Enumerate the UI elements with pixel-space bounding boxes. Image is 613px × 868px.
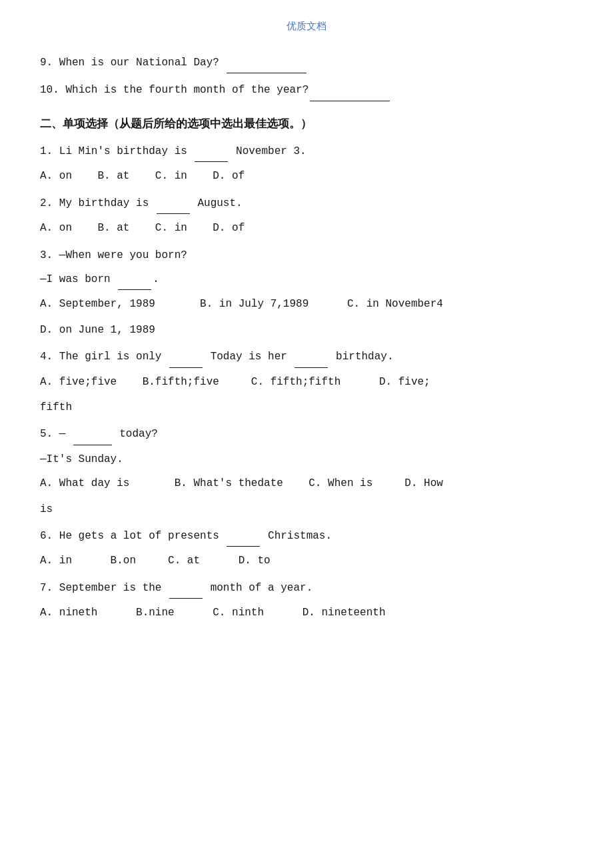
q7-number: 7. <box>40 582 53 594</box>
q2-blank <box>157 193 190 214</box>
q3-options-line1: A. September, 1989 B. in July 7,1989 C. … <box>40 294 573 314</box>
q4-blank2 <box>295 347 328 367</box>
q9-blank <box>227 53 306 73</box>
q5-subquestion: —It's Sunday. <box>40 449 573 469</box>
q5-text: — <box>59 428 72 440</box>
q2-text: My birthday is <box>59 197 155 209</box>
mc-question-5: 5. — today? —It's Sunday. A. What day is… <box>40 424 573 519</box>
q6-blank <box>227 526 260 547</box>
q10-blank <box>310 80 390 101</box>
page-content: 9. When is our National Day? 10. Which i… <box>40 53 573 623</box>
q3-number: 3. <box>40 249 53 261</box>
q1-text: Li Min's birthday is <box>59 145 194 157</box>
mc-question-7: 7. September is the month of a year. A. … <box>40 578 573 623</box>
header-title: 优质文档 <box>287 21 326 31</box>
q1-number: 1. <box>40 145 53 157</box>
q6-text: He gets a lot of presents <box>59 530 226 542</box>
q5-blank <box>73 424 112 445</box>
q9-text: When is our National Day? <box>59 57 226 69</box>
mc-question-4: 4. The girl is only Today is her birthda… <box>40 347 573 417</box>
q3-options-line2: D. on June 1, 1989 <box>40 320 573 340</box>
q5-number: 5. <box>40 428 53 440</box>
q3-text: —When were you born? <box>59 249 187 261</box>
q6-options: A. in B.on C. at D. to <box>40 551 573 571</box>
q9-number: 9. <box>40 57 53 69</box>
q4-blank1 <box>169 347 203 367</box>
q7-blank <box>169 578 203 599</box>
mc-question-6: 6. He gets a lot of presents Christmas. … <box>40 526 573 571</box>
q5-options-line1: A. What day is B. What's thedate C. When… <box>40 473 573 493</box>
fill-question-10: 10. Which is the fourth month of the yea… <box>40 80 573 101</box>
section-2-title: 二、单项选择（从题后所给的选项中选出最佳选项。） <box>40 113 573 135</box>
q1-blank <box>195 141 228 162</box>
q10-number: 10. <box>40 84 59 96</box>
q3-subquestion: —I was born . <box>40 269 573 290</box>
mc-question-3: 3. —When were you born? —I was born . A.… <box>40 245 573 341</box>
fill-question-9: 9. When is our National Day? <box>40 53 573 73</box>
section-title: 二、单项选择（从题后所给的选项中选出最佳选项。） <box>40 113 573 135</box>
q10-text: Which is the fourth month of the year? <box>65 84 308 96</box>
q4-number: 4. <box>40 351 53 363</box>
mc-question-2: 2. My birthday is August. A. on B. at C.… <box>40 193 573 239</box>
q4-options-line2: fifth <box>40 397 573 417</box>
q5-options-line2: is <box>40 499 573 519</box>
q7-options: A. nineth B.nine C. ninth D. nineteenth <box>40 603 573 623</box>
page-header: 优质文档 <box>40 20 573 33</box>
q6-number: 6. <box>40 530 53 542</box>
q2-number: 2. <box>40 197 53 209</box>
q7-text: September is the <box>59 582 168 594</box>
q3-blank <box>118 269 151 290</box>
q2-options: A. on B. at C. in D. of <box>40 218 573 238</box>
q4-options-line1: A. five;five B.fifth;five C. fifth;fifth… <box>40 372 573 392</box>
q4-text: The girl is only <box>59 351 168 363</box>
mc-question-1: 1. Li Min's birthday is November 3. A. o… <box>40 141 573 187</box>
q1-options: A. on B. at C. in D. of <box>40 166 573 186</box>
